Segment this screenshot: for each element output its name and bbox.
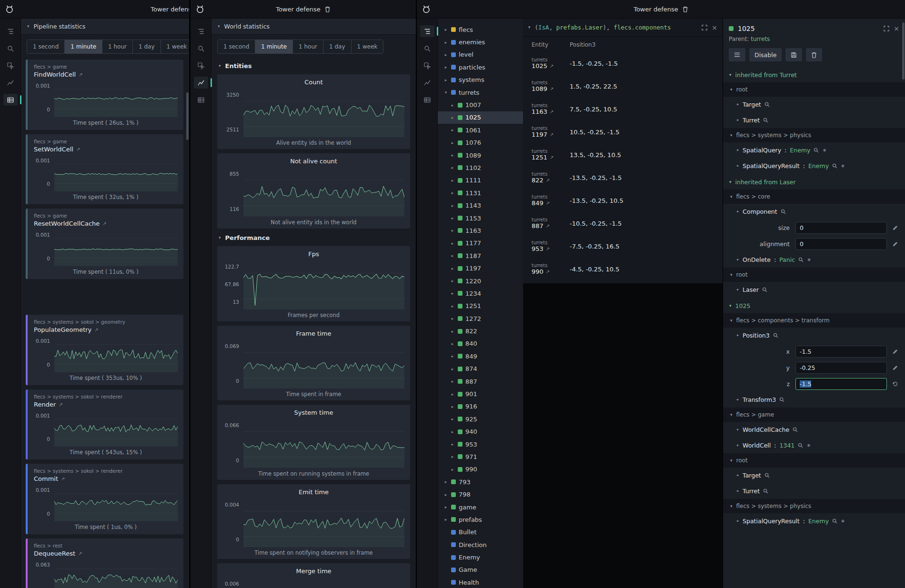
group-path-header[interactable]: ▾ flecs > components > transform: [723, 313, 905, 328]
tree-expand-icon[interactable]: ▸: [450, 341, 455, 346]
component-name[interactable]: WorldCellCache: [743, 426, 789, 433]
component-name[interactable]: Laser: [743, 286, 759, 293]
component-name[interactable]: Target: [743, 101, 761, 108]
tree-item[interactable]: ▸ 1153: [438, 212, 523, 224]
group-path-header[interactable]: ▾ flecs > game: [723, 408, 905, 422]
open-link-icon[interactable]: ↗: [61, 476, 65, 481]
tree-expand-icon[interactable]: ▸: [450, 442, 455, 447]
field-input[interactable]: -1.5: [795, 378, 887, 390]
tree-expand-icon[interactable]: ▸: [450, 266, 455, 271]
edit-pencil-icon[interactable]: [891, 349, 899, 354]
component-row[interactable]: • WorldCellCache : ∗: [723, 422, 905, 438]
tree-item[interactable]: ▸ 822: [438, 325, 523, 337]
component-name[interactable]: Target: [743, 472, 761, 479]
component-row[interactable]: • Laser : ∗: [723, 282, 905, 298]
tree-item[interactable]: Enemy: [438, 551, 523, 563]
group-path-header[interactable]: ▾ flecs > systems > physics: [723, 499, 905, 513]
tree-expand-icon[interactable]: ▸: [450, 291, 455, 296]
component-value[interactable]: Enemy: [808, 518, 829, 525]
component-name[interactable]: SpatialQueryResult: [743, 162, 800, 169]
magnifier-icon[interactable]: [773, 333, 778, 338]
component-row[interactable]: • WorldCell : 1341 ∗: [723, 438, 905, 453]
open-link-icon[interactable]: ↗: [546, 223, 550, 229]
system-name-link[interactable]: ResetWorldCellCache: [34, 220, 100, 227]
tree-item[interactable]: ▸ level: [438, 49, 523, 61]
tree-expand-icon[interactable]: ▸: [450, 115, 455, 120]
magnifier-icon[interactable]: [763, 488, 768, 494]
tree-expand-icon[interactable]: ▸: [450, 367, 455, 371]
tree-item[interactable]: ▸ 940: [438, 426, 523, 438]
component-name[interactable]: WorldCell: [743, 442, 771, 449]
open-link-icon[interactable]: ↗: [76, 147, 80, 152]
disable-button[interactable]: Disable: [749, 48, 782, 61]
tree-expand-icon[interactable]: ▸: [450, 153, 455, 158]
tree-expand-icon[interactable]: ▸: [450, 253, 455, 258]
inspect-entity-icon[interactable]: [420, 60, 434, 71]
component-row[interactable]: • Turret : ∗: [723, 112, 905, 128]
tree-expand-icon[interactable]: ▸: [450, 128, 455, 132]
tree-item[interactable]: ▸ systems: [438, 74, 523, 86]
query-result-row[interactable]: turrets 822 ↗ -13.5, -0.25, -1.5: [523, 166, 723, 189]
group-path-header[interactable]: ▾ flecs > core: [723, 189, 905, 204]
tree-item[interactable]: ▸ 916: [438, 400, 523, 413]
open-link-icon[interactable]: ↗: [546, 178, 550, 183]
browse-tree-button[interactable]: [729, 48, 745, 61]
tree-item[interactable]: ▸ 1102: [438, 161, 523, 174]
tree-item[interactable]: ▸ 971: [438, 450, 523, 463]
open-link-icon[interactable]: ↗: [102, 221, 106, 226]
query-result-row[interactable]: turrets 1025 ↗ -1.5, -0.25, -1.5: [523, 52, 723, 75]
component-row[interactable]: • Target : ∗: [723, 97, 905, 112]
open-link-icon[interactable]: ↗: [550, 155, 553, 160]
component-name[interactable]: Turret: [743, 488, 760, 495]
magnifier-icon[interactable]: [798, 443, 803, 448]
open-link-icon[interactable]: ↗: [550, 86, 553, 91]
tree-item[interactable]: ▸ 1111: [438, 174, 523, 187]
time-range-button[interactable]: 1 week: [161, 40, 190, 53]
component-name[interactable]: SpatialQuery: [743, 147, 781, 154]
magnifier-icon[interactable]: [832, 163, 837, 169]
query-result-row[interactable]: turrets 990 ↗ -4.5, -0.25, 10.5: [523, 258, 723, 280]
tree-item[interactable]: Health: [438, 576, 523, 588]
group-path-header[interactable]: ▾ root: [723, 268, 905, 282]
world-panel-header[interactable]: ▾ World statistics: [211, 19, 416, 35]
field-input[interactable]: 0: [795, 238, 887, 250]
magnifier-icon[interactable]: [763, 118, 768, 123]
component-name[interactable]: Transform3: [743, 396, 776, 403]
pipeline-panel-header[interactable]: ▾ Pipeline statistics: [21, 19, 189, 35]
open-link-icon[interactable]: ↗: [59, 402, 62, 407]
revert-icon[interactable]: [891, 381, 899, 387]
tree-item[interactable]: ▸ 793: [438, 476, 523, 488]
tree-item[interactable]: Direction: [438, 538, 523, 551]
system-name-link[interactable]: SetWorldCell: [34, 146, 73, 153]
tree-item[interactable]: ▸ 1007: [438, 99, 523, 111]
tree-expand-icon[interactable]: ▸: [450, 404, 455, 409]
group-path-header[interactable]: ▾ root: [723, 453, 905, 468]
tree-item[interactable]: ▸ 901: [438, 388, 523, 400]
query-result-row[interactable]: turrets 1197 ↗ 10.5, -0.25, -1.5: [523, 120, 723, 143]
tree-expand-icon[interactable]: ▸: [443, 52, 448, 57]
tree-item[interactable]: ▸ 849: [438, 350, 523, 362]
time-range-button[interactable]: 1 hour: [102, 40, 133, 53]
time-range-button[interactable]: 1 week: [352, 40, 383, 53]
tree-expand-icon[interactable]: ▸: [443, 27, 448, 32]
query-result-row[interactable]: turrets 849 ↗ -13.5, -0.25, 10.5: [523, 189, 723, 212]
pipeline-stats-table-icon[interactable]: [420, 94, 434, 106]
delete-entity-button[interactable]: [806, 48, 822, 61]
tree-expand-icon[interactable]: ▸: [450, 190, 455, 195]
open-link-icon[interactable]: ↗: [79, 72, 82, 77]
entities-tree-icon[interactable]: [3, 25, 18, 37]
tree-expand-icon[interactable]: ▸: [450, 228, 455, 233]
magnifier-icon[interactable]: [814, 148, 819, 153]
tree-item[interactable]: ▸ 840: [438, 338, 523, 350]
entity-id[interactable]: 953: [532, 245, 543, 252]
tree-item[interactable]: ▸ 1061: [438, 124, 523, 136]
inspect-entity-icon[interactable]: [3, 60, 18, 71]
tree-expand-icon[interactable]: ▸: [450, 279, 455, 283]
component-value[interactable]: Enemy: [790, 147, 810, 154]
component-name[interactable]: SpatialQueryResult: [743, 518, 800, 525]
tree-item[interactable]: ▸ 1187: [438, 249, 523, 262]
open-link-icon[interactable]: ↗: [550, 132, 553, 137]
tree-item[interactable]: ▸ 1089: [438, 149, 523, 161]
field-input[interactable]: 0: [795, 222, 887, 234]
magnifier-icon[interactable]: [781, 209, 786, 214]
